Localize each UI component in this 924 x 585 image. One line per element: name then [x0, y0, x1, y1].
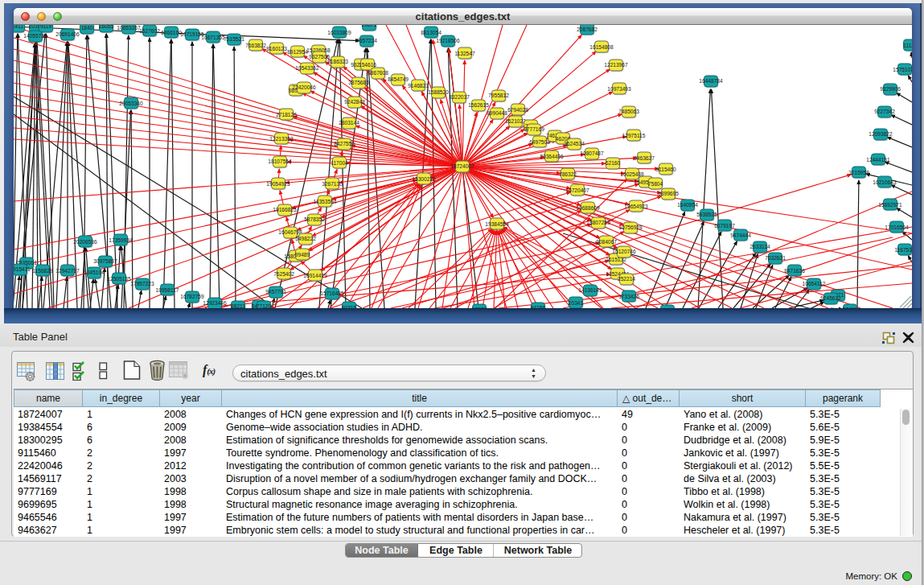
svg-text:99489: 99489 — [295, 252, 310, 257]
svg-text:1640954: 1640954 — [677, 202, 698, 208]
svg-text:252214: 252214 — [618, 276, 635, 282]
svg-text:75804: 75804 — [648, 181, 663, 187]
svg-text:2087682: 2087682 — [577, 27, 598, 32]
svg-text:8813054: 8813054 — [421, 30, 441, 35]
svg-text:12975115: 12975115 — [622, 133, 646, 138]
svg-text:16448784: 16448784 — [699, 78, 723, 84]
svg-text:7485063: 7485063 — [618, 109, 639, 114]
svg-text:17359934: 17359934 — [109, 237, 133, 243]
svg-text:14055724: 14055724 — [23, 33, 47, 39]
svg-text:8186323: 8186323 — [327, 59, 348, 64]
svg-text:3267130: 3267130 — [322, 181, 343, 187]
svg-text:9119: 9119 — [40, 25, 52, 29]
svg-text:9227342: 9227342 — [874, 109, 895, 114]
svg-text:20206536: 20206536 — [73, 239, 97, 245]
svg-text:12213363: 12213363 — [269, 136, 294, 142]
svg-text:1527602: 1527602 — [139, 28, 160, 34]
svg-text:15720407: 15720407 — [565, 187, 589, 193]
svg-text:19384554: 19384554 — [485, 221, 509, 227]
svg-text:15692971: 15692971 — [878, 202, 902, 208]
svg-text:9084067: 9084067 — [596, 239, 617, 245]
svg-text:1588520: 1588520 — [428, 89, 449, 95]
svg-text:18724007: 18724007 — [450, 163, 474, 169]
svg-text:30975887: 30975887 — [93, 258, 117, 264]
svg-text:9146821: 9146821 — [408, 83, 429, 89]
svg-text:7625402: 7625402 — [273, 271, 294, 277]
svg-text:9115460: 9115460 — [655, 167, 676, 172]
svg-text:5938925: 5938925 — [696, 212, 717, 217]
svg-text:19654923: 19654923 — [624, 204, 648, 209]
svg-text:12213967: 12213967 — [604, 62, 628, 68]
svg-text:6794028: 6794028 — [507, 107, 528, 113]
svg-text:8322037: 8322037 — [449, 94, 470, 100]
svg-text:9242848: 9242848 — [344, 99, 365, 105]
svg-text:18807289: 18807289 — [586, 220, 610, 225]
svg-text:1621022: 1621022 — [505, 118, 526, 124]
svg-text:62160: 62160 — [606, 160, 621, 166]
svg-text:22420046: 22420046 — [292, 84, 316, 90]
svg-text:11123: 11123 — [903, 43, 912, 48]
svg-text:1132547: 1132547 — [454, 51, 475, 56]
svg-text:18107554: 18107554 — [268, 159, 292, 164]
svg-text:1733426: 1733426 — [618, 294, 639, 299]
svg-text:12923446: 12923446 — [203, 300, 227, 306]
svg-text:1840: 1840 — [81, 25, 93, 31]
svg-text:12093822: 12093822 — [869, 131, 893, 137]
svg-text:15300275: 15300275 — [412, 176, 436, 182]
svg-text:1167531: 1167531 — [894, 247, 912, 253]
svg-text:20364436: 20364436 — [540, 154, 564, 159]
svg-text:12505135: 12505135 — [107, 276, 131, 282]
svg-text:10756928: 10756928 — [618, 225, 643, 230]
svg-text:20691406: 20691406 — [55, 31, 80, 37]
svg-text:16033809: 16033809 — [327, 30, 351, 35]
svg-text:16055: 16055 — [99, 25, 114, 29]
svg-text:10653267: 10653267 — [117, 25, 141, 31]
svg-text:9245612: 9245612 — [820, 295, 841, 301]
svg-text:16120746: 16120746 — [612, 249, 636, 254]
svg-text:6466160: 6466160 — [161, 30, 182, 35]
svg-text:3215958: 3215958 — [848, 170, 869, 175]
svg-text:3875685: 3875685 — [348, 80, 369, 85]
svg-text:16154808: 16154808 — [589, 44, 614, 50]
svg-text:17957223: 17957223 — [130, 281, 154, 286]
svg-text:7663822: 7663822 — [245, 43, 266, 48]
svg-text:8990448: 8990448 — [487, 110, 507, 116]
svg-text:10958117: 10958117 — [156, 287, 179, 293]
svg-text:1411: 1411 — [14, 25, 23, 29]
svg-text:6899695: 6899695 — [658, 191, 679, 196]
svg-text:9474444: 9474444 — [730, 233, 751, 238]
svg-text:20053340: 20053340 — [119, 101, 143, 106]
svg-text:20341: 20341 — [569, 300, 584, 306]
svg-text:9457791: 9457791 — [265, 289, 286, 295]
svg-text:10654112: 10654112 — [803, 281, 826, 286]
svg-text:2867608: 2867608 — [368, 70, 388, 76]
svg-text:17016504: 17016504 — [885, 225, 909, 230]
svg-text:15716485: 15716485 — [320, 290, 344, 296]
svg-text:6379197: 6379197 — [714, 223, 735, 229]
svg-text:117004: 117004 — [331, 160, 348, 166]
svg-text:1345194: 1345194 — [84, 270, 105, 275]
svg-text:2718126: 2718126 — [276, 112, 297, 117]
svg-text:8912954: 8912954 — [287, 49, 308, 55]
svg-text:5878352: 5878352 — [304, 216, 325, 222]
svg-text:8160123: 8160123 — [266, 46, 287, 51]
svg-text:9777169: 9777169 — [524, 126, 544, 132]
svg-text:15751074: 15751074 — [893, 67, 912, 72]
svg-text:16782759: 16782759 — [180, 294, 204, 299]
svg-text:7955812: 7955812 — [488, 93, 509, 98]
svg-text:10543362: 10543362 — [295, 65, 319, 71]
svg-text:19218506: 19218506 — [436, 38, 460, 43]
svg-text:10807487: 10807487 — [580, 150, 604, 156]
svg-text:9329906: 9329906 — [880, 86, 901, 92]
svg-text:16914479: 16914479 — [303, 273, 327, 278]
svg-text:786322: 786322 — [559, 171, 577, 177]
svg-text:16210643: 16210643 — [873, 179, 897, 185]
svg-text:8471636: 8471636 — [784, 268, 805, 274]
svg-text:16046798: 16046798 — [278, 229, 302, 235]
svg-text:14136141: 14136141 — [578, 287, 602, 293]
svg-text:154616: 154616 — [359, 62, 376, 68]
svg-text:12444151: 12444151 — [866, 157, 890, 163]
svg-text:1156829: 1156829 — [32, 268, 53, 274]
svg-text:10688609: 10688609 — [576, 205, 600, 211]
svg-text:3624534: 3624534 — [564, 141, 585, 146]
